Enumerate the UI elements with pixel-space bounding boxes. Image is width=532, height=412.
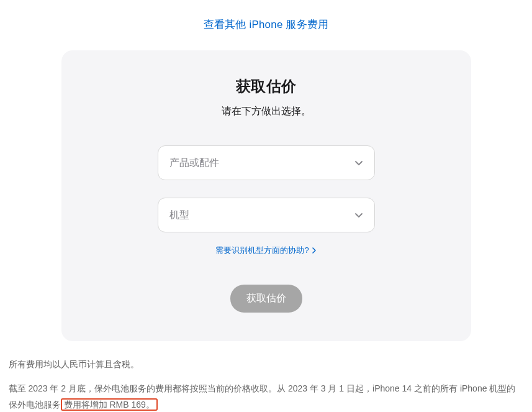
top-link-row: 查看其他 iPhone 服务费用 xyxy=(7,0,525,43)
card-title: 获取估价 xyxy=(99,76,434,96)
card-subtitle: 请在下方做出选择。 xyxy=(99,105,434,118)
footnote-tax: 所有费用均以人民币计算且含税。 xyxy=(9,356,524,373)
get-estimate-button[interactable]: 获取估价 xyxy=(230,285,302,313)
footnote-price-change: 截至 2023 年 2 月底，保外电池服务的费用都将按照当前的价格收取。从 20… xyxy=(9,380,524,412)
chevron-right-icon xyxy=(312,247,317,254)
footnotes: 所有费用均以人民币计算且含税。 截至 2023 年 2 月底，保外电池服务的费用… xyxy=(9,356,524,412)
price-increase-highlight: 费用将增加 RMB 169。 xyxy=(61,398,158,411)
model-select[interactable]: 机型 xyxy=(158,198,375,232)
product-select[interactable]: 产品或配件 xyxy=(158,145,375,180)
chevron-down-icon xyxy=(354,158,363,167)
product-select-wrap: 产品或配件 xyxy=(158,145,375,180)
submit-wrap: 获取估价 xyxy=(99,285,434,313)
product-select-placeholder: 产品或配件 xyxy=(169,157,219,170)
chevron-down-icon xyxy=(354,211,363,219)
model-select-wrap: 机型 xyxy=(158,198,375,232)
estimate-card: 获取估价 请在下方做出选择。 产品或配件 机型 需要识别机型方面的协助? xyxy=(61,50,471,341)
other-services-link[interactable]: 查看其他 iPhone 服务费用 xyxy=(204,19,329,30)
help-link-label: 需要识别机型方面的协助? xyxy=(215,245,309,256)
identify-model-help-link[interactable]: 需要识别机型方面的协助? xyxy=(215,245,316,256)
model-select-placeholder: 机型 xyxy=(169,209,189,222)
